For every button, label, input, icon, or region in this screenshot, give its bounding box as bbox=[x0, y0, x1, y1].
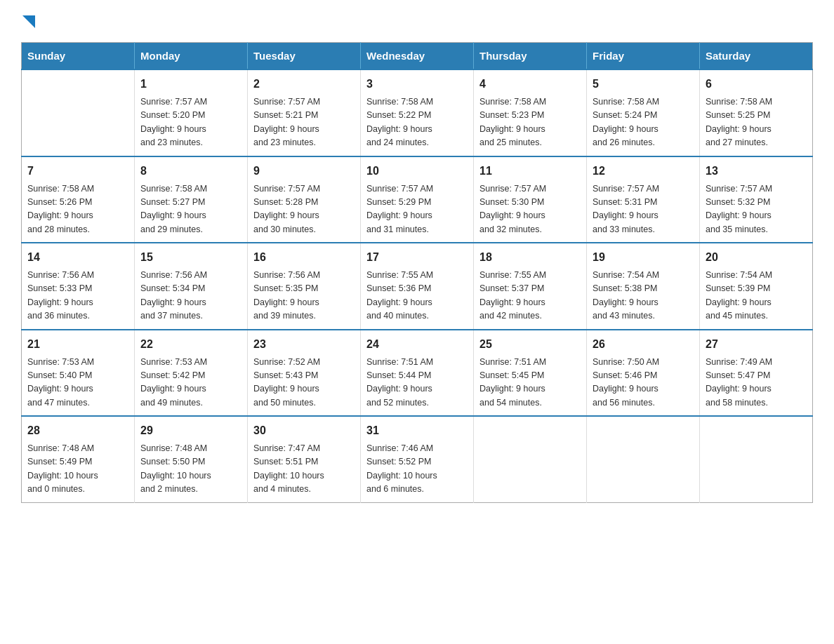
day-info: Sunrise: 7:57 AMSunset: 5:30 PMDaylight:… bbox=[479, 182, 581, 237]
calendar-cell: 16Sunrise: 7:56 AMSunset: 5:35 PMDayligh… bbox=[248, 243, 361, 330]
day-info: Sunrise: 7:56 AMSunset: 5:34 PMDaylight:… bbox=[140, 269, 241, 323]
day-number: 24 bbox=[366, 336, 468, 353]
calendar-cell: 28Sunrise: 7:48 AMSunset: 5:49 PMDayligh… bbox=[22, 416, 135, 502]
day-number: 18 bbox=[479, 249, 581, 266]
svg-marker-0 bbox=[22, 15, 35, 28]
day-info: Sunrise: 7:57 AMSunset: 5:29 PMDaylight:… bbox=[366, 182, 468, 237]
day-number: 16 bbox=[253, 249, 355, 266]
calendar-cell: 14Sunrise: 7:56 AMSunset: 5:33 PMDayligh… bbox=[22, 243, 135, 330]
day-number: 19 bbox=[593, 249, 694, 266]
day-info: Sunrise: 7:55 AMSunset: 5:36 PMDaylight:… bbox=[366, 269, 468, 323]
day-info: Sunrise: 7:53 AMSunset: 5:42 PMDaylight:… bbox=[140, 356, 241, 410]
day-info: Sunrise: 7:58 AMSunset: 5:26 PMDaylight:… bbox=[27, 182, 128, 237]
day-number: 30 bbox=[253, 422, 355, 439]
day-info: Sunrise: 7:54 AMSunset: 5:38 PMDaylight:… bbox=[593, 269, 694, 323]
calendar-cell: 5Sunrise: 7:58 AMSunset: 5:24 PMDaylight… bbox=[587, 69, 700, 156]
calendar-cell: 26Sunrise: 7:50 AMSunset: 5:46 PMDayligh… bbox=[587, 330, 700, 417]
calendar-cell: 19Sunrise: 7:54 AMSunset: 5:38 PMDayligh… bbox=[587, 243, 700, 330]
page-header bbox=[21, 14, 813, 28]
calendar-cell: 1Sunrise: 7:57 AMSunset: 5:20 PMDaylight… bbox=[135, 69, 248, 156]
weekday-header-wednesday: Wednesday bbox=[361, 43, 474, 70]
calendar-cell: 31Sunrise: 7:46 AMSunset: 5:52 PMDayligh… bbox=[361, 416, 474, 502]
calendar-cell: 25Sunrise: 7:51 AMSunset: 5:45 PMDayligh… bbox=[474, 330, 587, 417]
calendar-cell: 10Sunrise: 7:57 AMSunset: 5:29 PMDayligh… bbox=[361, 156, 474, 243]
calendar-cell: 23Sunrise: 7:52 AMSunset: 5:43 PMDayligh… bbox=[248, 330, 361, 417]
calendar-header: SundayMondayTuesdayWednesdayThursdayFrid… bbox=[22, 43, 813, 70]
calendar-cell: 29Sunrise: 7:48 AMSunset: 5:50 PMDayligh… bbox=[135, 416, 248, 502]
calendar-week-row: 1Sunrise: 7:57 AMSunset: 5:20 PMDaylight… bbox=[22, 69, 813, 156]
calendar-table: SundayMondayTuesdayWednesdayThursdayFrid… bbox=[21, 42, 813, 503]
day-info: Sunrise: 7:50 AMSunset: 5:46 PMDaylight:… bbox=[593, 356, 694, 410]
day-number: 5 bbox=[593, 76, 694, 93]
day-info: Sunrise: 7:57 AMSunset: 5:28 PMDaylight:… bbox=[253, 182, 355, 237]
day-info: Sunrise: 7:46 AMSunset: 5:52 PMDaylight:… bbox=[366, 442, 468, 497]
weekday-header-tuesday: Tuesday bbox=[248, 43, 361, 70]
calendar-cell: 17Sunrise: 7:55 AMSunset: 5:36 PMDayligh… bbox=[361, 243, 474, 330]
day-info: Sunrise: 7:58 AMSunset: 5:25 PMDaylight:… bbox=[706, 95, 807, 150]
day-number: 4 bbox=[479, 76, 581, 93]
calendar-week-row: 28Sunrise: 7:48 AMSunset: 5:49 PMDayligh… bbox=[22, 416, 813, 502]
day-info: Sunrise: 7:57 AMSunset: 5:20 PMDaylight:… bbox=[140, 95, 241, 150]
day-number: 27 bbox=[706, 336, 807, 353]
day-number: 2 bbox=[253, 76, 355, 93]
day-number: 12 bbox=[593, 163, 694, 180]
day-info: Sunrise: 7:58 AMSunset: 5:23 PMDaylight:… bbox=[479, 95, 581, 150]
day-info: Sunrise: 7:51 AMSunset: 5:44 PMDaylight:… bbox=[366, 356, 468, 410]
calendar-week-row: 14Sunrise: 7:56 AMSunset: 5:33 PMDayligh… bbox=[22, 243, 813, 330]
day-info: Sunrise: 7:53 AMSunset: 5:40 PMDaylight:… bbox=[27, 356, 128, 410]
calendar-cell: 9Sunrise: 7:57 AMSunset: 5:28 PMDaylight… bbox=[248, 156, 361, 243]
day-info: Sunrise: 7:51 AMSunset: 5:45 PMDaylight:… bbox=[479, 356, 581, 410]
day-number: 26 bbox=[593, 336, 694, 353]
calendar-cell: 24Sunrise: 7:51 AMSunset: 5:44 PMDayligh… bbox=[361, 330, 474, 417]
weekday-header-thursday: Thursday bbox=[474, 43, 587, 70]
day-info: Sunrise: 7:57 AMSunset: 5:32 PMDaylight:… bbox=[706, 182, 807, 237]
day-number: 21 bbox=[27, 336, 128, 353]
day-number: 11 bbox=[479, 163, 581, 180]
calendar-cell bbox=[587, 416, 700, 502]
calendar-cell: 3Sunrise: 7:58 AMSunset: 5:22 PMDaylight… bbox=[361, 69, 474, 156]
day-info: Sunrise: 7:48 AMSunset: 5:50 PMDaylight:… bbox=[140, 442, 241, 497]
logo bbox=[21, 14, 35, 28]
calendar-week-row: 7Sunrise: 7:58 AMSunset: 5:26 PMDaylight… bbox=[22, 156, 813, 243]
day-number: 25 bbox=[479, 336, 581, 353]
weekday-header-friday: Friday bbox=[587, 43, 700, 70]
day-number: 22 bbox=[140, 336, 241, 353]
day-info: Sunrise: 7:58 AMSunset: 5:27 PMDaylight:… bbox=[140, 182, 241, 237]
day-info: Sunrise: 7:58 AMSunset: 5:24 PMDaylight:… bbox=[593, 95, 694, 150]
calendar-cell: 30Sunrise: 7:47 AMSunset: 5:51 PMDayligh… bbox=[248, 416, 361, 502]
calendar-cell: 15Sunrise: 7:56 AMSunset: 5:34 PMDayligh… bbox=[135, 243, 248, 330]
day-info: Sunrise: 7:49 AMSunset: 5:47 PMDaylight:… bbox=[706, 356, 807, 410]
calendar-cell bbox=[474, 416, 587, 502]
calendar-cell: 2Sunrise: 7:57 AMSunset: 5:21 PMDaylight… bbox=[248, 69, 361, 156]
calendar-cell: 21Sunrise: 7:53 AMSunset: 5:40 PMDayligh… bbox=[22, 330, 135, 417]
calendar-cell bbox=[22, 69, 135, 156]
day-number: 8 bbox=[140, 163, 241, 180]
calendar-cell: 22Sunrise: 7:53 AMSunset: 5:42 PMDayligh… bbox=[135, 330, 248, 417]
calendar-body: 1Sunrise: 7:57 AMSunset: 5:20 PMDaylight… bbox=[22, 69, 813, 502]
weekday-header-monday: Monday bbox=[135, 43, 248, 70]
day-info: Sunrise: 7:55 AMSunset: 5:37 PMDaylight:… bbox=[479, 269, 581, 323]
weekday-header-row: SundayMondayTuesdayWednesdayThursdayFrid… bbox=[22, 43, 813, 70]
day-number: 20 bbox=[706, 249, 807, 266]
calendar-cell: 11Sunrise: 7:57 AMSunset: 5:30 PMDayligh… bbox=[474, 156, 587, 243]
calendar-cell: 12Sunrise: 7:57 AMSunset: 5:31 PMDayligh… bbox=[587, 156, 700, 243]
day-info: Sunrise: 7:52 AMSunset: 5:43 PMDaylight:… bbox=[253, 356, 355, 410]
day-number: 7 bbox=[27, 163, 128, 180]
logo-arrow-icon bbox=[22, 15, 35, 28]
day-number: 9 bbox=[253, 163, 355, 180]
calendar-cell: 8Sunrise: 7:58 AMSunset: 5:27 PMDaylight… bbox=[135, 156, 248, 243]
day-info: Sunrise: 7:54 AMSunset: 5:39 PMDaylight:… bbox=[706, 269, 807, 323]
day-number: 1 bbox=[140, 76, 241, 93]
calendar-cell: 6Sunrise: 7:58 AMSunset: 5:25 PMDaylight… bbox=[700, 69, 813, 156]
day-number: 29 bbox=[140, 422, 241, 439]
day-info: Sunrise: 7:56 AMSunset: 5:35 PMDaylight:… bbox=[253, 269, 355, 323]
day-number: 23 bbox=[253, 336, 355, 353]
calendar-cell: 4Sunrise: 7:58 AMSunset: 5:23 PMDaylight… bbox=[474, 69, 587, 156]
day-number: 3 bbox=[366, 76, 468, 93]
weekday-header-sunday: Sunday bbox=[22, 43, 135, 70]
day-info: Sunrise: 7:47 AMSunset: 5:51 PMDaylight:… bbox=[253, 442, 355, 497]
day-number: 10 bbox=[366, 163, 468, 180]
day-number: 13 bbox=[706, 163, 807, 180]
calendar-cell bbox=[700, 416, 813, 502]
day-info: Sunrise: 7:58 AMSunset: 5:22 PMDaylight:… bbox=[366, 95, 468, 150]
